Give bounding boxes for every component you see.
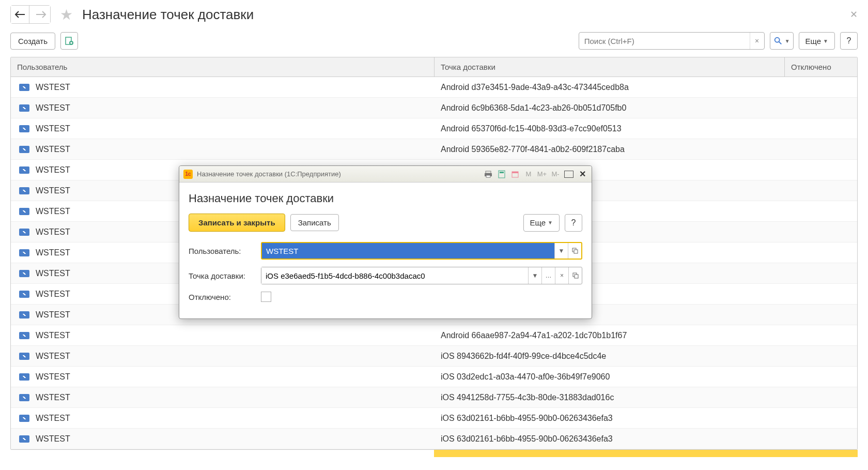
nav-buttons (10, 5, 51, 24)
point-cell: Android 66aae987-2a94-47a1-a202-1dc70b1b… (441, 331, 627, 340)
point-clear-button[interactable]: × (555, 267, 568, 284)
maximize-button[interactable] (564, 169, 574, 179)
user-cell: WSTEST (36, 310, 70, 320)
dialog-title: Назначение точек доставки (189, 192, 582, 205)
point-open-button[interactable] (568, 267, 582, 284)
user-cell: WSTEST (36, 83, 70, 92)
search-clear-button[interactable]: × (750, 33, 764, 49)
point-cell: iOS 63d02161-b6bb-4955-90b0-06263436efa3 (441, 434, 613, 443)
app-logo-icon: 1c (183, 170, 193, 179)
point-cell: iOS 03d2edc1-a03a-4470-af0e-36b49f7e9060 (441, 372, 610, 381)
table-row[interactable]: WSTESTAndroid d37e3451-9ade-43a9-a43c-47… (11, 77, 857, 98)
close-page-button[interactable]: ✕ (850, 9, 858, 20)
m-minus-icon: M- (550, 169, 561, 179)
m-icon: M (523, 169, 534, 179)
user-input[interactable] (262, 243, 554, 259)
user-open-button[interactable] (568, 243, 581, 259)
point-cell: Android 65370f6d-fc15-40b8-93d3-e7cc90ef… (441, 124, 622, 133)
close-dialog-button[interactable]: ✕ (577, 169, 587, 179)
user-cell: WSTEST (36, 145, 70, 154)
user-cell: WSTEST (36, 124, 70, 133)
table-row[interactable]: WSTESTAndroid 66aae987-2a94-47a1-a202-1d… (11, 325, 857, 346)
dialog-help-button[interactable]: ? (565, 214, 582, 232)
calendar-icon[interactable] (510, 169, 520, 179)
page-title: Назначение точек доставки (82, 7, 254, 23)
point-select-button[interactable]: … (541, 267, 555, 284)
table-row[interactable]: WSTESTiOS 63d02161-b6bb-4955-90b0-062634… (11, 408, 857, 429)
search-field-wrap: × (579, 32, 765, 50)
table-row[interactable]: WSTESTiOS 03d2edc1-a03a-4470-af0e-36b49f… (11, 367, 857, 387)
table-row[interactable]: WSTESTAndroid 6c9b6368-5da1-4c23-ab26-0b… (11, 98, 857, 118)
user-cell: WSTEST (36, 393, 70, 402)
table-header: Пользователь Точка доставки Отключено (11, 57, 857, 77)
point-dropdown-button[interactable]: ▼ (528, 267, 541, 284)
calculator-icon[interactable] (497, 169, 507, 179)
point-cell: iOS 4941258d-7755-4c3b-80de-31883dad016c (441, 393, 614, 402)
user-cell: WSTEST (36, 434, 70, 444)
row-icon (19, 84, 29, 91)
col-point[interactable]: Точка доставки (435, 57, 785, 77)
dialog-body: Назначение точек доставки Записать и зак… (179, 183, 592, 319)
svg-rect-13 (575, 275, 578, 278)
chevron-down-icon: ▼ (823, 38, 828, 44)
user-cell: WSTEST (36, 269, 70, 278)
user-cell: WSTEST (36, 372, 70, 382)
off-row: Отключено: (189, 292, 582, 302)
search-button[interactable]: ▼ (770, 32, 794, 50)
page-header: ★ Назначение точек доставки ✕ (0, 0, 868, 29)
table-row[interactable]: WSTESTiOS 4941258d-7755-4c3b-80de-31883d… (11, 387, 857, 408)
user-cell: WSTEST (36, 207, 70, 216)
point-cell: Android 6c9b6368-5da1-4c23-ab26-0b051d70… (441, 103, 626, 112)
user-field-wrap: ▼ (261, 242, 582, 260)
point-input[interactable] (261, 267, 528, 284)
row-icon (19, 208, 29, 215)
user-dropdown-button[interactable]: ▼ (554, 243, 568, 259)
svg-rect-5 (486, 175, 490, 177)
row-icon (19, 332, 29, 339)
user-cell: WSTEST (36, 290, 70, 299)
chevron-down-icon: ▼ (548, 220, 553, 225)
table-row[interactable]: WSTESTiOS 8943662b-fd4f-40f9-99ce-d4bce4… (11, 346, 857, 367)
point-label: Точка доставки: (189, 271, 256, 280)
table-row[interactable]: WSTESTiOS 63d02161-b6bb-4955-90b0-062634… (11, 429, 857, 449)
save-and-close-button[interactable]: Записать и закрыть (189, 214, 285, 232)
row-icon (19, 435, 29, 443)
row-icon (19, 291, 29, 298)
search-input[interactable] (579, 37, 750, 46)
row-icon (19, 415, 29, 422)
save-button[interactable]: Записать (290, 214, 339, 231)
user-cell: WSTEST (36, 165, 70, 175)
copy-button[interactable] (60, 32, 78, 50)
create-button[interactable]: Создать (10, 33, 55, 50)
col-off[interactable]: Отключено (785, 57, 857, 77)
more-label: Еще (805, 37, 822, 46)
point-cell: Android 59365e82-770f-4841-a0b2-609f2187… (441, 145, 625, 154)
favorite-star-icon[interactable]: ★ (60, 6, 73, 23)
dialog-toolbar: Записать и закрыть Записать Еще ▼ ? (189, 214, 582, 232)
svg-rect-7 (500, 172, 504, 173)
point-field-wrap: ▼ … × (261, 267, 582, 284)
row-icon (19, 394, 29, 401)
off-label: Отключено: (189, 293, 256, 301)
user-cell: WSTEST (36, 331, 70, 340)
row-icon (19, 373, 29, 381)
user-cell: WSTEST (36, 352, 70, 361)
back-button[interactable] (11, 6, 29, 23)
user-cell: WSTEST (36, 248, 70, 257)
print-icon[interactable] (483, 169, 493, 179)
more-label: Еще (530, 218, 546, 227)
dialog-more-button[interactable]: Еще ▼ (523, 214, 560, 232)
off-checkbox[interactable] (261, 292, 271, 302)
dialog-titlebar[interactable]: 1c Назначение точек доставки (1С:Предпри… (179, 166, 592, 183)
row-icon (19, 187, 29, 194)
table-row[interactable]: WSTESTAndroid 59365e82-770f-4841-a0b2-60… (11, 139, 857, 160)
table-row[interactable]: WSTESTAndroid 65370f6d-fc15-40b8-93d3-e7… (11, 118, 857, 139)
help-button[interactable]: ? (840, 32, 858, 50)
forward-button[interactable] (32, 6, 50, 23)
row-icon (19, 166, 29, 174)
more-button[interactable]: Еще ▼ (799, 32, 835, 50)
col-user[interactable]: Пользователь (11, 57, 435, 77)
point-cell: iOS 63d02161-b6bb-4955-90b0-06263436efa3 (441, 414, 613, 422)
svg-point-2 (774, 38, 779, 42)
user-cell: WSTEST (36, 414, 70, 423)
